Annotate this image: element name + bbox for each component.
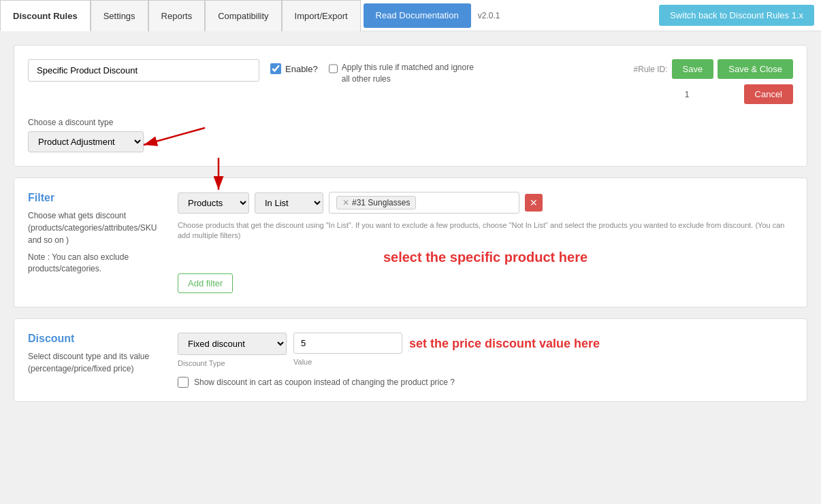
discount-value-label: Value xyxy=(293,358,402,366)
discount-value-col: Value xyxy=(293,333,402,366)
filter-row: Products Categories Attributes SKU In Li… xyxy=(178,192,793,214)
discount-section-title: Discount xyxy=(28,333,164,345)
filter-right-col: Products Categories Attributes SKU In Li… xyxy=(178,192,793,293)
filter-by-select[interactable]: Products Categories Attributes SKU xyxy=(178,192,249,214)
arrow-to-select xyxy=(137,124,219,158)
cancel-button[interactable]: Cancel xyxy=(744,84,793,104)
tab-reports[interactable]: Reports xyxy=(148,0,206,31)
top-nav: Discount Rules Settings Reports Compatib… xyxy=(0,0,821,31)
filter-section-title: Filter xyxy=(28,192,164,204)
discount-type-field-label: Discount Type xyxy=(178,359,287,367)
filter-left-col: Filter Choose what gets discount (produc… xyxy=(28,192,178,293)
rule-name-row: Enable? Apply this rule if matched and i… xyxy=(28,59,793,104)
read-doc-button[interactable]: Read Documentation xyxy=(364,3,471,28)
enable-group: Enable? xyxy=(270,59,318,74)
rule-id-number: 1 xyxy=(685,90,690,99)
discount-left-col: Discount Select discount type and its va… xyxy=(28,333,178,388)
save-button[interactable]: Save xyxy=(672,59,714,79)
discount-row: Fixed discount Percentage discount Fixed… xyxy=(178,333,793,367)
enable-checkbox[interactable] xyxy=(270,63,281,74)
tab-discount-rules[interactable]: Discount Rules xyxy=(0,0,91,31)
svg-line-1 xyxy=(144,128,205,145)
tag-label: #31 Sunglasses xyxy=(352,198,410,207)
product-tag: ✕ #31 Sunglasses xyxy=(336,196,416,209)
condition-select[interactable]: In List Not In List xyxy=(255,192,323,214)
version-label: v2.0.1 xyxy=(471,11,507,20)
main-content: Enable? Apply this rule if matched and i… xyxy=(0,31,821,426)
filter-desc: Choose what gets discount (products/cate… xyxy=(28,209,164,246)
discount-two-col: Discount Select discount type and its va… xyxy=(28,333,793,388)
ignore-rules-checkbox[interactable] xyxy=(329,63,338,74)
tab-settings[interactable]: Settings xyxy=(91,0,148,31)
switch-rules-button[interactable]: Switch back to Discount Rules 1.x xyxy=(659,5,814,26)
rule-id-group: #Rule ID: Save Save & Close 1 Cancel xyxy=(634,59,793,104)
tab-compatibility[interactable]: Compatibility xyxy=(205,0,281,31)
rule-name-input[interactable] xyxy=(28,59,259,82)
set-price-annotation: set the price discount value here xyxy=(409,333,600,351)
add-filter-button[interactable]: Add filter xyxy=(178,273,233,293)
product-tags-input[interactable]: ✕ #31 Sunglasses xyxy=(329,192,519,214)
discount-type-section: Choose a discount type Product Adjustmen… xyxy=(28,118,793,152)
discount-type-col: Fixed discount Percentage discount Fixed… xyxy=(178,333,287,367)
discount-type-select[interactable]: Product Adjustment Cart Discount Buy X G… xyxy=(28,131,144,152)
nav-tabs-group: Discount Rules Settings Reports Compatib… xyxy=(0,0,506,31)
save-close-button[interactable]: Save & Close xyxy=(718,59,793,79)
discount-value-input[interactable] xyxy=(293,333,402,354)
discount-type-dropdown[interactable]: Fixed discount Percentage discount Fixed… xyxy=(178,333,287,355)
filter-help-text: Choose products that get the discount us… xyxy=(178,220,793,241)
rule-card: Enable? Apply this rule if matched and i… xyxy=(14,45,807,167)
coupon-row: Show discount in cart as coupon instead … xyxy=(178,377,793,388)
select-product-annotation: select the specific product here xyxy=(178,250,793,265)
remove-filter-button[interactable]: ✕ xyxy=(525,194,543,212)
filter-two-col: Filter Choose what gets discount (produc… xyxy=(28,192,793,293)
filter-note: Note : You can also exclude products/cat… xyxy=(28,252,164,275)
tab-import-export[interactable]: Import/Export xyxy=(282,0,361,31)
arrow-to-products xyxy=(198,154,239,195)
filter-card: Filter Choose what gets discount (produc… xyxy=(14,178,807,307)
discount-desc: Select discount type and its value (perc… xyxy=(28,350,164,375)
rule-id-label: #Rule ID: xyxy=(634,65,668,74)
coupon-checkbox[interactable] xyxy=(178,377,189,388)
ignore-rules-group: Apply this rule if matched and ignore al… xyxy=(329,59,479,85)
enable-label: Enable? xyxy=(285,64,318,74)
discount-card: Discount Select discount type and its va… xyxy=(14,318,807,402)
coupon-label: Show discount in cart as coupon instead … xyxy=(194,377,455,387)
btn-row: Save Save & Close xyxy=(672,59,793,79)
ignore-rules-label: Apply this rule if matched and ignore al… xyxy=(342,62,479,85)
tag-remove-icon[interactable]: ✕ xyxy=(342,198,349,207)
discount-right-col: Fixed discount Percentage discount Fixed… xyxy=(178,333,793,388)
